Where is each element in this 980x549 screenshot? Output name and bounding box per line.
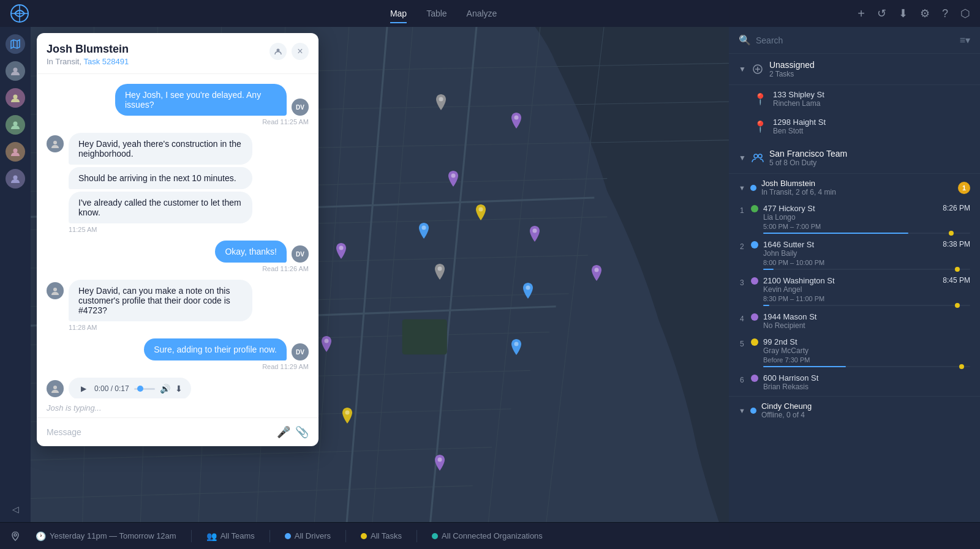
task-133-shipley[interactable]: 📍 133 Shipley St Rinchen Lama bbox=[729, 85, 980, 113]
chat-contact-name: Josh Blumstein bbox=[47, 43, 129, 56]
avatar-josh-1 bbox=[47, 135, 64, 152]
cindy-status-dot bbox=[750, 408, 756, 414]
tab-table[interactable]: Table bbox=[426, 6, 447, 21]
bottom-teams[interactable]: 👥 All Teams bbox=[206, 531, 255, 541]
bottom-orgs[interactable]: All Connected Organizations bbox=[432, 531, 543, 540]
map-pin-11[interactable] bbox=[320, 335, 333, 353]
map-pin-1[interactable] bbox=[510, 112, 522, 129]
map-pin-10[interactable] bbox=[510, 338, 522, 356]
map-pin-2[interactable] bbox=[447, 170, 459, 187]
avatar-3[interactable] bbox=[6, 115, 25, 135]
task-1298-haight[interactable]: 📍 1298 Haight St Ben Stott bbox=[729, 113, 980, 140]
task-133-street: 133 Shipley St bbox=[773, 90, 970, 99]
route-1-info: 477 Hickory St Lia Longo bbox=[763, 204, 815, 222]
svg-point-3 bbox=[13, 68, 18, 72]
bottom-map-icon[interactable] bbox=[10, 531, 21, 542]
export-icon[interactable]: ⬇ bbox=[899, 7, 908, 20]
chat-input-area: 🎤 📎 bbox=[37, 417, 318, 446]
map-pin-12[interactable] bbox=[341, 407, 353, 424]
list-view-toggle[interactable]: ≡▾ bbox=[960, 34, 970, 46]
top-nav: Map Table Analyze + ↺ ⬇ ⚙ ? ⬡ bbox=[0, 0, 980, 27]
sf-team-chevron[interactable]: ▼ bbox=[739, 154, 746, 162]
help-icon[interactable]: ? bbox=[942, 7, 948, 20]
route-5-person: Gray McCarty bbox=[763, 346, 809, 355]
route-2-info: 1646 Sutter St John Baily bbox=[763, 240, 814, 258]
mic-icon[interactable]: 🎤 bbox=[277, 425, 290, 439]
unassigned-title: Unassigned bbox=[769, 60, 815, 70]
attach-icon[interactable]: 📎 bbox=[295, 425, 309, 439]
audio-volume-icon[interactable]: 🔊 bbox=[160, 384, 170, 394]
tab-map[interactable]: Map bbox=[390, 6, 407, 21]
route-6[interactable]: 6 600 Harrison St Brian Rekasis bbox=[729, 371, 980, 396]
bottom-time-range[interactable]: 🕐 Yesterday 11pm — Tomorrow 12am bbox=[36, 531, 176, 541]
route-5-progress bbox=[763, 366, 970, 367]
collapse-btn[interactable]: ◁ bbox=[12, 504, 19, 515]
map-pin-4[interactable] bbox=[335, 242, 347, 260]
bubble-2: Hey David, yeah there's construction in … bbox=[69, 133, 252, 165]
search-input[interactable] bbox=[756, 35, 955, 45]
chat-messages: Hey Josh, I see you're delayed. Any issu… bbox=[37, 74, 318, 398]
cindy-driver-header[interactable]: ▼ Cindy Cheung Offline, 0 of 4 bbox=[729, 397, 980, 424]
avatar-2[interactable] bbox=[6, 88, 25, 108]
chat-input[interactable] bbox=[47, 427, 272, 437]
map-pin-8[interactable] bbox=[590, 264, 603, 282]
map-pin-13[interactable] bbox=[434, 454, 446, 471]
svg-point-60 bbox=[758, 154, 762, 158]
route-6-top: 600 Harrison St Brian Rekasis bbox=[763, 373, 970, 391]
route-3-top: 2100 Washington St Kevin Angel 8:45 PM bbox=[763, 276, 970, 294]
tasks-dot bbox=[361, 533, 367, 539]
svg-point-44 bbox=[438, 267, 442, 271]
audio-player[interactable]: ▶ 0:00 / 0:17 🔊 ⬇ bbox=[69, 378, 191, 398]
message-6: ▶ 0:00 / 0:17 🔊 ⬇ 4:23 PM bbox=[47, 378, 309, 398]
svg-point-40 bbox=[451, 174, 456, 178]
left-sidebar: ◁ bbox=[0, 27, 31, 522]
sidebar-item-map[interactable] bbox=[6, 34, 25, 54]
bottom-tasks[interactable]: All Tasks bbox=[361, 531, 402, 540]
avatar-1[interactable] bbox=[6, 61, 25, 81]
chat-profile-btn[interactable] bbox=[270, 43, 287, 60]
signout-icon[interactable]: ⬡ bbox=[960, 7, 970, 20]
bottom-drivers[interactable]: All Drivers bbox=[285, 531, 331, 540]
svg-point-43 bbox=[422, 226, 426, 230]
map-pin-9[interactable] bbox=[522, 282, 534, 299]
route-3-detail: 8:30 PM – 11:00 PM bbox=[729, 295, 980, 310]
route-1[interactable]: 1 477 Hickory St Lia Longo 8:26 PM bbox=[729, 201, 980, 223]
route-2-prog-dot bbox=[955, 267, 960, 272]
bottom-divider-3 bbox=[345, 530, 346, 542]
map-pin-0[interactable] bbox=[435, 94, 447, 111]
task-1298-person: Ben Stott bbox=[773, 127, 970, 135]
route-dot-6 bbox=[751, 375, 758, 382]
route-4[interactable]: 4 1944 Mason St No Recipient bbox=[729, 310, 980, 335]
chat-close-btn[interactable]: × bbox=[292, 43, 309, 60]
add-icon[interactable]: + bbox=[858, 7, 865, 21]
bottom-bar: 🕐 Yesterday 11pm — Tomorrow 12am 👥 All T… bbox=[0, 522, 980, 549]
bubble-6: Hey David, can you make a note on this c… bbox=[69, 280, 252, 321]
map-pin-6[interactable] bbox=[434, 263, 446, 280]
incoming-content-2: Hey David, can you make a note on this c… bbox=[69, 280, 252, 331]
avatar-4[interactable] bbox=[6, 142, 25, 162]
map-pin-5[interactable] bbox=[418, 222, 430, 239]
route-5-street: 99 2nd St bbox=[763, 337, 809, 346]
history-icon[interactable]: ↺ bbox=[877, 7, 886, 20]
settings-icon[interactable]: ⚙ bbox=[920, 7, 930, 20]
task-link[interactable]: Task 528491 bbox=[83, 57, 129, 66]
audio-download-icon[interactable]: ⬇ bbox=[175, 384, 183, 394]
route-1-street: 477 Hickory St bbox=[763, 204, 815, 213]
chat-subtitle-text: In Transit, bbox=[47, 57, 81, 66]
route-5[interactable]: 5 99 2nd St Gray McCarty bbox=[729, 335, 980, 356]
route-1-detail: 5:00 PM – 7:00 PM bbox=[729, 223, 980, 237]
svg-point-45 bbox=[533, 229, 537, 233]
josh-driver-header[interactable]: ▼ Josh Blumstein In Transit, 2 of 6, 4 m… bbox=[729, 174, 980, 201]
map-pin-7[interactable] bbox=[529, 225, 541, 242]
avatar-5[interactable] bbox=[6, 169, 25, 189]
route-3[interactable]: 3 2100 Washington St Kevin Angel 8:45 PM bbox=[729, 274, 980, 295]
map-pin-3[interactable] bbox=[475, 204, 487, 221]
bottom-divider-1 bbox=[191, 530, 192, 542]
audio-play-btn[interactable]: ▶ bbox=[77, 383, 89, 395]
avatar-dv-3: DV bbox=[292, 343, 309, 360]
route-2[interactable]: 2 1646 Sutter St John Baily 8:38 PM bbox=[729, 237, 980, 259]
map-area[interactable]: Josh Blumstein In Transit, Task 528491 × bbox=[31, 27, 729, 522]
audio-progress[interactable] bbox=[134, 388, 155, 390]
tab-analyze[interactable]: Analyze bbox=[467, 6, 497, 21]
unassigned-chevron[interactable]: ▼ bbox=[739, 65, 746, 73]
